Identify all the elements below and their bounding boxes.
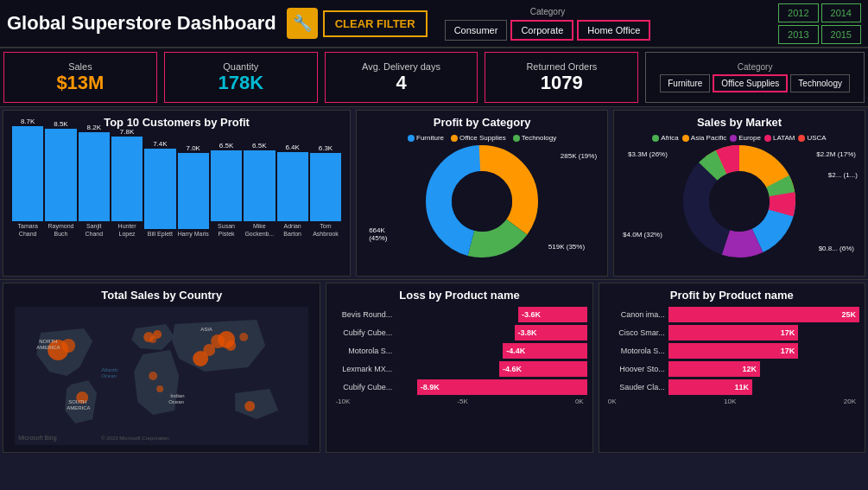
profit-product-title: Profit by Product name: [605, 289, 859, 302]
charts-row-bottom: Total Sales by Country: [0, 280, 868, 455]
bar-group: 7.8K Hunter Lopez: [111, 128, 143, 238]
profit-bar-label: Motorola S...: [605, 347, 665, 355]
kpi-office-supplies-button[interactable]: Office Supplies: [713, 74, 788, 92]
svg-text:© 2023 Microsoft Corporation: © 2023 Microsoft Corporation: [101, 436, 168, 441]
profit-bar-row: Cisco Smar... 17K: [605, 325, 859, 340]
loss-bar-row: Cubify Cube... -8.9K: [332, 379, 586, 395]
loss-bar-track: -8.9K: [396, 379, 586, 395]
clear-filter-button[interactable]: CLEAR FILTER: [323, 10, 428, 37]
loss-bar-fill: -4.4K: [503, 343, 586, 359]
bar-name: Harry Maris: [178, 231, 209, 238]
profit-bar-row: Sauder Cla... 11K: [605, 379, 859, 395]
category-consumer-button[interactable]: Consumer: [445, 20, 508, 41]
loss-bar-row: Cubify Cube... -3.8K: [332, 325, 586, 340]
loss-bar-track: -4.6K: [396, 361, 586, 377]
sales-market-title: Sales by Market: [619, 116, 859, 129]
map-title: Total Sales by Country: [9, 289, 314, 302]
year-2014-button[interactable]: 2014: [821, 3, 861, 22]
loss-bar-row: Bevis Round... -3.6K: [332, 307, 586, 322]
bar-group: 6.4K Adrian Barton: [277, 143, 308, 238]
year-2015-button[interactable]: 2015: [821, 25, 861, 44]
loss-bar-row: Lexmark MX... -4.6K: [332, 361, 586, 377]
category-home-office-button[interactable]: Home Office: [577, 20, 650, 41]
profit-category-title: Profit by Category: [362, 116, 602, 129]
bar-group: 7.0K Harry Maris: [178, 144, 209, 238]
loss-axis-mid: -5K: [457, 398, 467, 405]
loss-bar-row: Motorola S... -4.4K: [332, 343, 586, 359]
world-map-svg: Atlantic Ocean NORTH AMERICA SOUTH AMERI…: [9, 307, 314, 445]
bar-group: 8.7K Tamara Chand: [12, 118, 43, 238]
year-2013-button[interactable]: 2013: [778, 25, 818, 44]
kpi-avg-delivery-label: Avg. Delivery days: [362, 61, 440, 72]
profit-axis-min: 0K: [608, 398, 617, 405]
profit-donut-svg: [421, 141, 542, 262]
svg-text:Ocean: Ocean: [168, 399, 184, 404]
bar-name: Tamara Chand: [12, 223, 43, 238]
kpi-row: Sales $13M Quantity 178K Avg. Delivery d…: [0, 48, 868, 107]
profit-bar-fill: 25K: [668, 307, 859, 322]
bar-value: 7.8K: [120, 128, 134, 136]
usca-legend-label: USCA: [807, 134, 826, 142]
profit-bar-row: Hoover Sto... 12K: [605, 361, 859, 377]
kpi-returned-value: 1079: [541, 72, 583, 94]
loss-bar-track: -3.6K: [396, 307, 586, 322]
kpi-sales: Sales $13M: [3, 52, 157, 103]
profit-bar-row: Motorola S... 17K: [605, 343, 859, 359]
svg-text:NORTH: NORTH: [39, 339, 57, 344]
market-label-europe: $2... (1...): [828, 171, 858, 179]
bar-fill: [79, 132, 110, 221]
svg-point-16: [149, 336, 156, 343]
profit-donut-container: 285K (19%) 664K(45%) 519K (35%): [362, 145, 602, 258]
svg-point-26: [244, 401, 255, 411]
bar-group: 6.3K Tom Ashbrook: [310, 144, 341, 238]
map-panel: Total Sales by Country: [3, 283, 320, 453]
bar-name: Sanjit Chand: [79, 223, 110, 238]
profit-bar-fill: 17K: [668, 325, 798, 340]
profit-bar-row: Canon ima... 25K: [605, 307, 859, 322]
svg-point-21: [193, 351, 208, 366]
kpi-returned-label: Returned Orders: [526, 61, 597, 72]
bar-name: Tom Ashbrook: [310, 223, 341, 238]
loss-title: Loss by Product name: [332, 289, 586, 302]
svg-point-13: [61, 339, 75, 353]
profit-category-panel: Profit by Category Furniture Office Supp…: [356, 110, 608, 277]
bar-value: 6.3K: [319, 144, 333, 152]
svg-text:Indian: Indian: [170, 393, 184, 398]
bar-group: 6.5K Mike Gockenb...: [244, 142, 275, 238]
legend-usca: USCA: [798, 134, 826, 142]
kpi-sales-value: $13M: [56, 72, 104, 94]
kpi-technology-button[interactable]: Technology: [790, 74, 850, 92]
bar-name: Hunter Lopez: [111, 223, 143, 238]
bar-name: Susan Pistek: [211, 223, 242, 238]
loss-bar-fill: -4.6K: [499, 361, 587, 377]
donut-label-furniture: 664K(45%): [369, 226, 387, 242]
svg-text:AMERICA: AMERICA: [67, 405, 90, 410]
loss-bar-label: Bevis Round...: [332, 310, 392, 319]
profit-axis: 0K 10K 20K: [605, 398, 859, 405]
top-customers-panel: Top 10 Customers by Profit 8.7K Tamara C…: [3, 110, 351, 277]
category-corporate-button[interactable]: Corporate: [510, 20, 573, 41]
market-label-asia: $3.3M (26%): [628, 150, 668, 158]
svg-text:Atlantic: Atlantic: [100, 367, 118, 372]
kpi-furniture-button[interactable]: Furniture: [660, 74, 710, 92]
legend-africa: Africa: [652, 134, 678, 142]
bar-value: 8.2K: [87, 124, 101, 131]
svg-text:Ocean: Ocean: [101, 373, 117, 379]
bar-value: 7.4K: [153, 140, 167, 148]
bar-fill: [144, 149, 175, 229]
profit-bar-track: 25K: [668, 307, 859, 322]
bar-value: 8.7K: [21, 118, 35, 125]
category-filter-section: Category Consumer Corporate Home Office: [445, 7, 651, 41]
profit-bar-label: Sauder Cla...: [605, 383, 665, 391]
loss-axis-min: -10K: [335, 398, 350, 405]
bar-value: 7.0K: [186, 144, 200, 152]
loss-bar-track: -4.4K: [396, 343, 586, 359]
profit-bar-track: 17K: [668, 343, 859, 359]
year-2012-button[interactable]: 2012: [778, 3, 818, 22]
year-filter-grid: 2012 2014 2013 2015: [778, 3, 861, 44]
bar-fill: [12, 126, 43, 221]
market-label-usca: $2.2M (17%): [816, 150, 856, 158]
loss-bar-label: Motorola S...: [332, 347, 392, 355]
loss-axis-max: 0K: [575, 398, 584, 405]
loss-bar-fill: -3.8K: [515, 325, 587, 340]
